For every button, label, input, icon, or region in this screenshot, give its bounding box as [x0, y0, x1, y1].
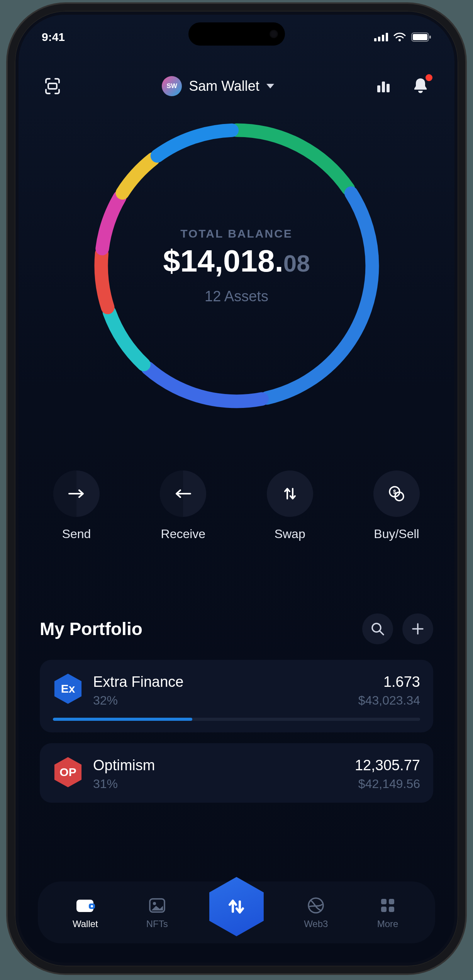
action-label: Receive: [161, 527, 206, 541]
action-label: Send: [62, 527, 91, 541]
buy-sell-button[interactable]: $ Buy/Sell: [366, 470, 427, 541]
tab-web3[interactable]: Web3: [291, 895, 341, 929]
assets-count: 12 Assets: [205, 288, 268, 305]
coins-icon: $: [388, 485, 405, 503]
svg-point-29: [153, 902, 156, 905]
notifications-button[interactable]: [410, 75, 431, 97]
status-bar: 9:41: [19, 25, 454, 49]
svg-rect-33: [381, 907, 387, 912]
stats-icon[interactable]: [373, 75, 394, 97]
add-button[interactable]: [402, 613, 433, 644]
bell-icon: [413, 78, 428, 95]
svg-line-24: [380, 631, 383, 635]
plus-icon: [411, 622, 424, 635]
arrow-left-icon: [174, 489, 192, 498]
tab-label: More: [377, 919, 398, 929]
asset-value: $43,023.34: [358, 693, 420, 708]
wallet-icon: [75, 895, 95, 915]
svg-rect-11: [387, 84, 390, 92]
action-label: Swap: [275, 527, 305, 541]
asset-progress: [53, 718, 420, 721]
balance-amount: $14,018.08: [163, 246, 310, 277]
app-header: SW Sam Wallet: [19, 69, 454, 104]
cellular-icon: [374, 33, 388, 41]
tab-center-action[interactable]: [203, 874, 269, 939]
tab-label: Web3: [304, 919, 328, 929]
battery-icon: [411, 32, 431, 42]
svg-rect-10: [382, 82, 385, 92]
svg-point-23: [372, 623, 381, 632]
search-button[interactable]: [362, 613, 393, 644]
tab-label: Wallet: [73, 919, 98, 929]
balance-summary: TOTAL BALANCE $14,018.08 12 Assets: [86, 115, 387, 416]
portfolio-donut-chart[interactable]: TOTAL BALANCE $14,018.08 12 Assets: [86, 115, 387, 416]
phone-button: [12, 227, 15, 289]
wallet-picker[interactable]: SW Sam Wallet: [162, 76, 274, 96]
svg-rect-34: [389, 907, 394, 912]
swap-button[interactable]: Swap: [259, 470, 321, 541]
wallet-name: Sam Wallet: [189, 78, 259, 94]
asset-name: Extra Finance: [93, 674, 348, 690]
send-button[interactable]: Send: [46, 470, 107, 541]
tab-wallet[interactable]: Wallet: [60, 895, 110, 929]
grid-icon: [378, 895, 398, 915]
svg-rect-8: [48, 83, 57, 89]
action-row: Send Receive Swap $ Buy/Sell: [19, 470, 454, 541]
asset-icon: Ex: [53, 674, 83, 704]
svg-rect-9: [377, 85, 380, 92]
svg-rect-2: [382, 35, 384, 41]
svg-rect-31: [381, 899, 387, 904]
asset-percent: 32%: [93, 693, 348, 708]
svg-rect-0: [374, 38, 376, 41]
svg-rect-3: [386, 33, 388, 41]
phone-button: [12, 304, 15, 366]
screen: 9:41: [19, 15, 454, 963]
asset-value: $42,149.56: [355, 777, 420, 791]
chevron-down-icon: [266, 84, 274, 88]
bottom-tab-bar: Wallet NFTs Web3: [38, 881, 435, 943]
scan-icon[interactable]: [42, 75, 63, 97]
wifi-icon: [393, 32, 406, 42]
svg-rect-32: [389, 899, 394, 904]
asset-quantity: 1.673: [358, 674, 420, 690]
globe-icon: [306, 895, 326, 915]
asset-quantity: 12,305.77: [355, 757, 420, 774]
svg-text:$: $: [393, 489, 396, 495]
tab-more[interactable]: More: [363, 895, 413, 929]
svg-rect-1: [378, 37, 380, 41]
tab-label: NFTs: [146, 919, 168, 929]
balance-label: TOTAL BALANCE: [180, 227, 293, 240]
notification-badge: [426, 74, 432, 81]
asset-card[interactable]: Ex Extra Finance 32% 1.673 $43,023.34: [40, 660, 433, 732]
exchange-icon: [205, 876, 267, 938]
portfolio-title: My Portfolio: [40, 618, 142, 639]
swap-icon: [282, 486, 298, 502]
phone-button: [458, 250, 461, 343]
action-label: Buy/Sell: [374, 527, 419, 541]
svg-rect-6: [413, 34, 427, 40]
image-icon: [147, 895, 167, 915]
asset-card[interactable]: OP Optimism 31% 12,305.77 $42,149.56: [40, 743, 433, 803]
asset-icon: OP: [53, 757, 83, 787]
status-time: 9:41: [42, 31, 65, 44]
phone-frame: 9:41: [8, 4, 465, 973]
svg-rect-7: [429, 36, 431, 39]
search-icon: [370, 622, 385, 636]
portfolio-section: My Portfolio Ex Extra Finance 32%: [19, 613, 454, 814]
receive-button[interactable]: Receive: [152, 470, 214, 541]
asset-percent: 31%: [93, 777, 345, 791]
asset-name: Optimism: [93, 757, 345, 774]
phone-button: [12, 173, 15, 208]
arrow-right-icon: [68, 489, 85, 498]
avatar: SW: [162, 76, 182, 96]
svg-point-4: [398, 39, 401, 41]
svg-point-27: [91, 905, 93, 907]
tab-nfts[interactable]: NFTs: [132, 895, 182, 929]
